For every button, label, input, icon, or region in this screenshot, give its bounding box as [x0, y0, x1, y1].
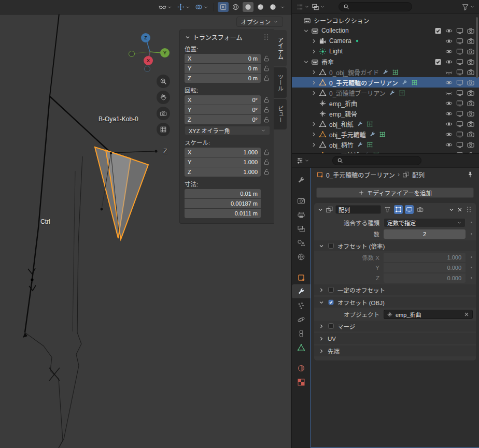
dimensions-field-1[interactable]: 0.00187 m	[185, 199, 261, 208]
gizmo-axis-x[interactable]: X	[144, 56, 153, 65]
scale-field-0[interactable]: X1.000	[185, 148, 261, 157]
properties-tab-scene[interactable]	[292, 236, 311, 250]
expand-icon[interactable]	[311, 120, 317, 128]
properties-tab-physics[interactable]	[292, 312, 311, 326]
rotation-field-1[interactable]: Y0°	[185, 105, 261, 114]
drag-handle-icon[interactable]	[465, 206, 473, 213]
animate-dot[interactable]	[470, 233, 473, 235]
camera-icon[interactable]	[466, 58, 475, 66]
drag-handle-icon[interactable]	[262, 33, 270, 41]
rotation-field-2[interactable]: Z0°	[185, 115, 261, 124]
outliner-row[interactable]: Light	[292, 46, 479, 56]
lock-icon[interactable]	[263, 96, 270, 104]
eye-icon[interactable]	[444, 79, 454, 86]
properties-tab-material[interactable]	[292, 361, 311, 375]
shading-dropdown-icon[interactable]	[280, 5, 285, 10]
cage-toggle[interactable]	[383, 205, 392, 214]
checkbox-icon[interactable]	[433, 27, 443, 35]
hand-tool-button[interactable]	[157, 91, 170, 104]
checkbox-icon[interactable]	[328, 286, 334, 293]
camera-icon[interactable]	[466, 37, 475, 45]
properties-tab-texture[interactable]	[292, 375, 311, 389]
rotation-field-0[interactable]: X0°	[185, 95, 261, 105]
eye-icon[interactable]	[444, 110, 454, 118]
expand-icon[interactable]	[303, 58, 309, 66]
properties-tab-particles[interactable]	[292, 298, 311, 312]
eye-closed-icon[interactable]	[444, 89, 454, 97]
outliner-row[interactable]: emp_親骨	[292, 108, 479, 119]
screen-icon[interactable]	[455, 99, 464, 107]
screen-icon[interactable]	[455, 110, 464, 118]
grid-tool-button[interactable]	[157, 123, 170, 136]
shading-wireframe-button[interactable]	[230, 2, 241, 12]
uv-section-header[interactable]: UV	[314, 333, 476, 344]
count-field[interactable]: 2	[384, 229, 466, 239]
editor-type-dropdown[interactable]	[296, 3, 309, 11]
filter-dropdown[interactable]	[461, 3, 475, 11]
zoom-tool-button[interactable]	[157, 75, 170, 88]
screen-icon[interactable]	[455, 27, 464, 35]
display-mode-dropdown[interactable]	[312, 3, 325, 11]
gizmo-axis-z[interactable]: Z	[141, 33, 150, 42]
screen-icon[interactable]	[455, 141, 464, 149]
lock-icon[interactable]	[263, 65, 270, 72]
camera-icon[interactable]	[466, 120, 475, 128]
editmode-toggle[interactable]	[394, 205, 403, 214]
outliner-row[interactable]: obj_手元轆轤	[292, 129, 479, 139]
object-type-visibility-dropdown[interactable]	[157, 2, 174, 12]
expand-icon[interactable]	[311, 141, 317, 149]
properties-tab-tool[interactable]	[292, 173, 311, 187]
outliner-row[interactable]: obj_柄竹	[292, 139, 479, 150]
eye-closed-icon[interactable]	[444, 68, 454, 76]
lock-icon[interactable]	[263, 158, 270, 166]
sidebar-tab-2[interactable]: ビュー	[274, 99, 287, 129]
screen-icon[interactable]	[455, 89, 464, 97]
eye-icon[interactable]	[444, 141, 454, 149]
animate-dot[interactable]	[470, 267, 473, 268]
scale-field-2[interactable]: Z1.000	[185, 167, 261, 177]
screen-icon[interactable]	[455, 37, 464, 45]
eye-icon[interactable]	[444, 99, 454, 107]
outliner-search-input[interactable]	[351, 4, 407, 10]
close-icon[interactable]	[457, 207, 463, 213]
properties-tab-object-data[interactable]	[292, 340, 311, 354]
lock-icon[interactable]	[263, 75, 270, 82]
eye-icon[interactable]	[444, 48, 454, 55]
properties-tab-view-layer[interactable]	[292, 222, 311, 236]
fit-type-dropdown[interactable]: 定数で指定	[384, 218, 466, 227]
realtime-toggle[interactable]	[405, 205, 414, 214]
transform-panel-header[interactable]: トランスフォーム	[185, 33, 270, 41]
xray-toggle[interactable]	[218, 2, 229, 12]
camera-icon[interactable]	[466, 27, 475, 35]
options-dropdown-button[interactable]: オプション	[236, 17, 284, 27]
lock-icon[interactable]	[263, 168, 270, 176]
expand-icon[interactable]	[311, 131, 317, 138]
3d-viewport[interactable]: ZYX B-Oya1-Kob-0 Ctrl Z オプション トランスフォーム	[0, 0, 291, 448]
eye-icon[interactable]	[444, 27, 454, 35]
checkbox-icon[interactable]	[433, 58, 443, 66]
location-field-2[interactable]: Z0 m	[185, 74, 261, 83]
outliner-row[interactable]: 0_頭轆轤ブーリアン	[292, 88, 479, 98]
sidebar-tab-1[interactable]: ツール	[274, 67, 287, 98]
outliner-row[interactable]: Camera	[292, 36, 479, 46]
camera-tool-button[interactable]	[157, 107, 170, 120]
lock-icon[interactable]	[263, 55, 270, 62]
lock-icon[interactable]	[263, 106, 270, 113]
camera-icon[interactable]	[466, 141, 475, 149]
outliner-row[interactable]: 0_obj_親骨ガイド	[292, 67, 479, 77]
camera-icon[interactable]	[466, 79, 475, 86]
offset-factor-section-header[interactable]: オフセット (倍率)	[314, 240, 476, 251]
lock-icon[interactable]	[263, 149, 270, 156]
outliner-search[interactable]	[339, 2, 412, 11]
eye-icon[interactable]	[444, 58, 454, 66]
shading-material-button[interactable]	[255, 2, 266, 12]
expand-icon[interactable]	[311, 68, 317, 76]
location-field-0[interactable]: X0 m	[185, 54, 261, 63]
animate-dot[interactable]	[470, 277, 473, 279]
properties-tab-world[interactable]	[292, 250, 311, 264]
expand-icon[interactable]	[311, 37, 317, 45]
screen-icon[interactable]	[455, 68, 464, 76]
screen-icon[interactable]	[455, 120, 464, 128]
properties-search[interactable]	[332, 156, 421, 165]
outliner-row[interactable]: obj_頭轆轤	[292, 150, 479, 154]
